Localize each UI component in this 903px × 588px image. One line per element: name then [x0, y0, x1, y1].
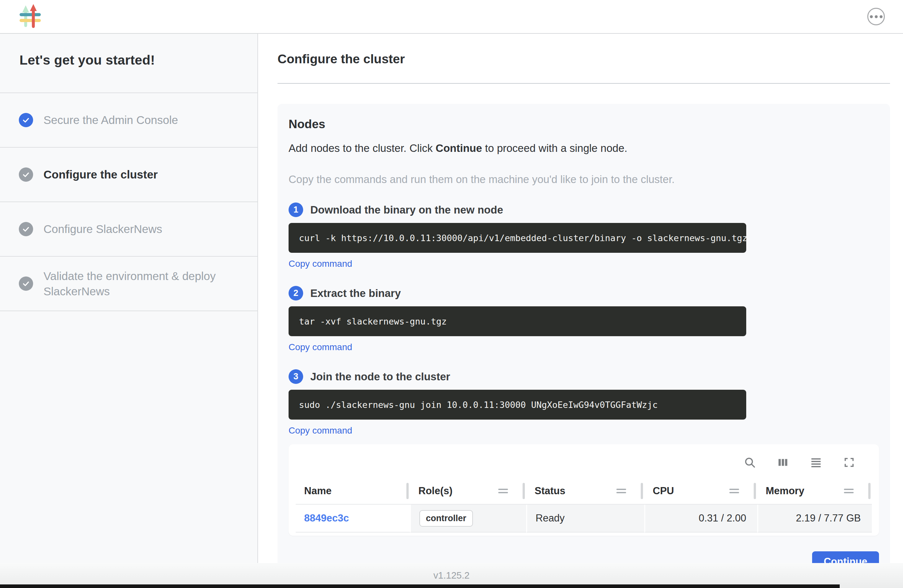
- column-menu-icon[interactable]: [498, 489, 508, 493]
- column-menu-icon[interactable]: [844, 489, 854, 493]
- fullscreen-icon[interactable]: [843, 456, 856, 469]
- search-icon[interactable]: [743, 456, 756, 469]
- nodes-card: Nodes Add nodes to the cluster. Click Co…: [277, 104, 890, 563]
- copy-commands-hint: Copy the commands and run them on the ma…: [289, 173, 879, 186]
- main-content: Configure the cluster Nodes Add nodes to…: [258, 34, 903, 563]
- column-label: Memory: [766, 485, 804, 497]
- step-header: 3 Join the node to the cluster: [289, 369, 879, 384]
- density-icon[interactable]: [810, 456, 823, 469]
- sidebar-item-configure-cluster[interactable]: Configure the cluster: [0, 148, 257, 202]
- command-text: sudo ./slackernews-gnu join 10.0.0.11:30…: [299, 400, 658, 410]
- column-label: Status: [535, 485, 565, 497]
- bottom-dark-strip: [0, 585, 840, 588]
- top-header: [0, 0, 903, 34]
- sidebar-item-label: Configure SlackerNews: [44, 221, 162, 237]
- more-menu-button[interactable]: [867, 8, 885, 25]
- column-separator[interactable]: [406, 483, 409, 499]
- version-label: v1.125.2: [433, 570, 469, 581]
- admin-console-page: Let's get you started! Secure the Admin …: [0, 0, 903, 588]
- nodes-table: Name Role(s) Status: [296, 478, 872, 533]
- step-title: Join the node to the cluster: [310, 371, 450, 383]
- intro-bold: Continue: [436, 142, 482, 154]
- intro-prefix: Add nodes to the cluster. Click: [289, 142, 436, 154]
- sidebar-title: Let's get you started!: [19, 53, 238, 68]
- content-row: Let's get you started! Secure the Admin …: [0, 34, 903, 563]
- ellipsis-dot: [879, 15, 883, 18]
- command-text: tar -xvf slackernews-gnu.tgz: [299, 316, 447, 327]
- step-header: 1 Download the binary on the new node: [289, 203, 879, 217]
- column-label: CPU: [653, 485, 674, 497]
- command-code-block: sudo ./slackernews-gnu join 10.0.0.11:30…: [289, 390, 746, 420]
- sidebar-header: Let's get you started!: [0, 34, 257, 93]
- node-status-cell: Ready: [526, 505, 644, 533]
- step-number-badge: 1: [289, 203, 303, 217]
- join-step-3: 3 Join the node to the cluster sudo ./sl…: [289, 369, 879, 436]
- sidebar-item-secure-admin-console[interactable]: Secure the Admin Console: [0, 93, 257, 148]
- column-separator[interactable]: [522, 483, 525, 499]
- sidebar-item-configure-slackernews[interactable]: Configure SlackerNews: [0, 202, 257, 257]
- continue-button[interactable]: Continue: [812, 551, 879, 563]
- column-header-memory[interactable]: Memory: [757, 478, 872, 505]
- column-separator[interactable]: [641, 483, 643, 499]
- column-label: Role(s): [418, 485, 453, 497]
- join-step-2: 2 Extract the binary tar -xvf slackernew…: [289, 286, 879, 352]
- intro-suffix: to proceed with a single node.: [482, 142, 628, 154]
- columns-icon[interactable]: [776, 456, 790, 469]
- column-header-roles[interactable]: Role(s): [410, 478, 526, 505]
- copy-command-link[interactable]: Copy command: [289, 425, 352, 436]
- command-code-block: curl -k https://10.0.0.11:30000/api/v1/e…: [289, 223, 746, 253]
- step-title: Download the binary on the new node: [310, 204, 503, 216]
- node-memory-cell: 2.19 / 7.77 GB: [757, 505, 872, 533]
- step-number-badge: 3: [289, 369, 303, 384]
- step-header: 2 Extract the binary: [289, 286, 879, 300]
- copy-command-link[interactable]: Copy command: [289, 342, 352, 352]
- check-circle-pending-icon: [19, 222, 33, 236]
- column-menu-icon[interactable]: [617, 489, 626, 493]
- sidebar-item-label: Validate the environment & deploy Slacke…: [44, 268, 235, 299]
- ellipsis-dot: [870, 15, 873, 18]
- title-divider: [277, 83, 890, 84]
- step-number-badge: 2: [289, 286, 303, 300]
- step-title: Extract the binary: [310, 287, 401, 300]
- ellipsis-dot: [875, 15, 878, 18]
- table-toolbar: [296, 454, 872, 478]
- page-title: Configure the cluster: [277, 52, 890, 66]
- sidebar-item-validate-deploy[interactable]: Validate the environment & deploy Slacke…: [0, 257, 257, 311]
- nodes-table-panel: Name Role(s) Status: [289, 444, 879, 536]
- column-header-name[interactable]: Name: [296, 478, 410, 505]
- role-badge: controller: [419, 510, 473, 527]
- column-header-status[interactable]: Status: [526, 478, 644, 505]
- command-code-block: tar -xvf slackernews-gnu.tgz: [289, 307, 746, 336]
- node-name-link[interactable]: 8849ec3c: [304, 513, 349, 524]
- sidebar-item-label: Configure the cluster: [44, 167, 158, 182]
- node-name-cell: 8849ec3c: [296, 505, 410, 533]
- column-separator[interactable]: [754, 483, 756, 499]
- check-circle-pending-icon: [19, 277, 33, 291]
- column-header-cpu[interactable]: CPU: [644, 478, 757, 505]
- setup-sidebar: Let's get you started! Secure the Admin …: [0, 34, 258, 563]
- node-cpu-cell: 0.31 / 2.00: [644, 505, 757, 533]
- join-step-1: 1 Download the binary on the new node cu…: [289, 203, 879, 269]
- column-separator[interactable]: [868, 483, 870, 499]
- slackernews-logo-icon: [19, 3, 42, 30]
- check-circle-pending-icon: [19, 167, 33, 182]
- nodes-intro-text: Add nodes to the cluster. Click Continue…: [289, 142, 879, 154]
- copy-command-link[interactable]: Copy command: [289, 259, 352, 269]
- check-circle-done-icon: [19, 113, 33, 127]
- column-label: Name: [304, 485, 331, 497]
- column-menu-icon[interactable]: [729, 489, 739, 493]
- card-actions: Continue: [289, 551, 879, 563]
- page-footer: v1.125.2: [0, 563, 903, 588]
- command-text: curl -k https://10.0.0.11:30000/api/v1/e…: [299, 233, 747, 243]
- nodes-card-title: Nodes: [289, 118, 879, 131]
- sidebar-item-label: Secure the Admin Console: [44, 112, 178, 127]
- node-roles-cell: controller: [410, 505, 526, 533]
